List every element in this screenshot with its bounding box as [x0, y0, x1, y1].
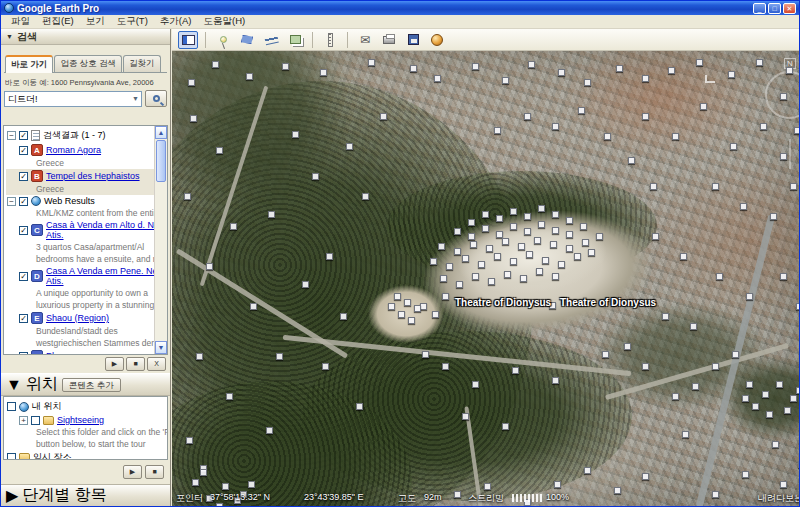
checkbox[interactable]: ✓ — [19, 352, 28, 355]
placemark-icon[interactable] — [282, 63, 289, 70]
placemark-icon[interactable] — [680, 253, 687, 260]
placemark-icon[interactable] — [486, 245, 493, 252]
sidebar-toggle-button[interactable] — [178, 31, 198, 49]
result-row-a[interactable]: ✓ A Roman Agora — [6, 143, 154, 157]
placemark-icon[interactable] — [550, 241, 557, 248]
placemark-icon[interactable] — [662, 313, 669, 320]
placemark-icon[interactable] — [468, 233, 475, 240]
placemark-icon[interactable] — [696, 59, 703, 66]
placemark-icon[interactable] — [230, 223, 237, 230]
menu-item-5[interactable]: 도움말(H) — [197, 15, 251, 28]
placemark-icon[interactable] — [624, 343, 631, 350]
placemark-icon[interactable] — [728, 71, 735, 78]
placemark-icon[interactable] — [672, 133, 679, 140]
placemark-icon[interactable] — [404, 299, 411, 306]
search-button[interactable] — [145, 90, 167, 107]
menu-item-0[interactable]: 파일 — [5, 15, 36, 28]
placemark-icon[interactable] — [798, 461, 799, 468]
temporary-places-row[interactable]: 임시 장소 — [6, 450, 167, 460]
scroll-up-icon[interactable]: ▲ — [155, 126, 167, 139]
placemark-icon[interactable] — [780, 273, 787, 280]
placemark-icon[interactable] — [326, 253, 333, 260]
placemark-icon[interactable] — [536, 268, 543, 275]
placemark-icon[interactable] — [186, 437, 193, 444]
placemark-icon[interactable] — [780, 481, 787, 488]
placemark-icon[interactable] — [716, 273, 723, 280]
maximize-button[interactable]: □ — [768, 3, 781, 14]
placemark-icon[interactable] — [790, 183, 797, 190]
map-label[interactable]: Theatre of Dionysus — [560, 297, 656, 308]
placemark-icon[interactable] — [742, 471, 749, 478]
placemark-icon[interactable] — [472, 381, 479, 388]
my-places-row[interactable]: 내 위치 — [6, 399, 167, 414]
placemark-icon[interactable] — [740, 203, 747, 210]
placemark-icon[interactable] — [534, 237, 541, 244]
placemark-icon[interactable] — [430, 258, 437, 265]
placemark-icon[interactable] — [538, 221, 545, 228]
placemark-icon[interactable] — [760, 123, 767, 130]
placemark-icon[interactable] — [440, 275, 447, 282]
menu-item-3[interactable]: 도구(T) — [111, 15, 154, 28]
placemark-icon[interactable] — [566, 231, 573, 238]
placemark-icon[interactable] — [340, 313, 347, 320]
placemark-icon[interactable] — [414, 305, 421, 312]
placemark-icon[interactable] — [398, 311, 405, 318]
placemark-icon[interactable] — [222, 483, 229, 490]
placemark-icon[interactable] — [468, 219, 475, 226]
placemark-icon[interactable] — [596, 233, 603, 240]
placemark-icon[interactable] — [482, 211, 489, 218]
placemark-icon[interactable] — [580, 223, 587, 230]
result-link[interactable]: Shaou (Region) — [46, 313, 109, 323]
combo-dropdown-icon[interactable]: ▼ — [132, 95, 139, 102]
placemark-icon[interactable] — [454, 228, 461, 235]
placemark-icon[interactable] — [362, 193, 369, 200]
placemark-icon[interactable] — [368, 59, 375, 66]
result-row-e[interactable]: ✓ E Shaou (Region) — [6, 311, 154, 325]
placemark-icon[interactable] — [320, 69, 327, 76]
checkbox[interactable] — [31, 416, 40, 425]
placemark-icon[interactable] — [438, 243, 445, 250]
placemark-icon[interactable] — [526, 251, 533, 258]
view-in-maps-button[interactable] — [427, 31, 447, 49]
placemark-icon[interactable] — [212, 61, 219, 68]
menu-item-4[interactable]: 추가(A) — [154, 15, 198, 28]
add-path-button[interactable] — [261, 31, 281, 49]
placemark-icon[interactable] — [786, 67, 793, 74]
scrollbar-thumb[interactable] — [156, 140, 166, 182]
placemark-icon[interactable] — [780, 93, 787, 100]
clear-results-button[interactable]: X — [147, 357, 166, 371]
placemark-icon[interactable] — [642, 113, 649, 120]
placemark-icon[interactable] — [552, 227, 559, 234]
expand-icon[interactable]: + — [19, 416, 28, 425]
placemark-icon[interactable] — [504, 271, 511, 278]
placemark-icon[interactable] — [566, 245, 573, 252]
tab-fly-to[interactable]: 바로 가기 — [5, 55, 53, 73]
placemark-icon[interactable] — [496, 215, 503, 222]
placemark-icon[interactable] — [552, 377, 559, 384]
placemark-icon[interactable] — [268, 211, 275, 218]
placemark-icon[interactable] — [538, 205, 545, 212]
placemark-icon[interactable] — [432, 311, 439, 318]
placemark-icon[interactable] — [566, 217, 573, 224]
placemark-icon[interactable] — [524, 113, 531, 120]
placemark-icon[interactable] — [552, 211, 559, 218]
places-panel-header[interactable]: ▼ 위치 콘텐츠 추가 — [1, 373, 170, 396]
placemark-icon[interactable] — [478, 261, 485, 268]
ruler-button[interactable] — [320, 31, 340, 49]
play-tour-button[interactable]: ▶ — [123, 465, 142, 479]
placemark-icon[interactable] — [190, 115, 197, 122]
placemark-icon[interactable] — [484, 483, 491, 490]
placemark-icon[interactable] — [642, 473, 649, 480]
placemark-icon[interactable] — [558, 69, 565, 76]
placemark-icon[interactable] — [604, 133, 611, 140]
stop-tour-button[interactable]: ■ — [126, 357, 145, 371]
placemark-icon[interactable] — [558, 261, 565, 268]
placemark-icon[interactable] — [422, 351, 429, 358]
placemark-icon[interactable] — [668, 67, 675, 74]
placemark-icon[interactable] — [502, 423, 509, 430]
placemark-icon[interactable] — [672, 393, 679, 400]
placemark-icon[interactable] — [690, 323, 697, 330]
placemark-icon[interactable] — [248, 481, 255, 488]
placemark-icon[interactable] — [420, 303, 427, 310]
sightseeing-link[interactable]: Sightseeing — [57, 415, 104, 425]
